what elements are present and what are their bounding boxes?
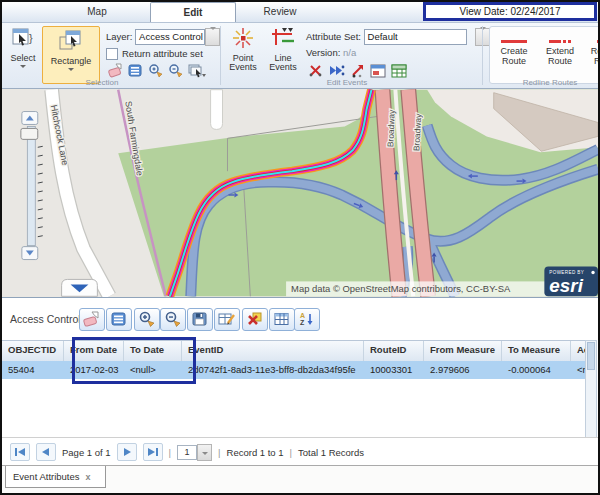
- svg-text:Z: Z: [300, 319, 305, 326]
- pan-to-selection-icon[interactable]: [168, 63, 183, 78]
- cell-access: <n: [571, 361, 586, 379]
- attribute-set-select[interactable]: Default: [364, 29, 467, 45]
- delete-event-button[interactable]: [242, 308, 268, 331]
- tab-edit[interactable]: Edit: [150, 2, 236, 22]
- return-attribute-checkbox[interactable]: [106, 48, 118, 60]
- svg-text:}: }: [29, 32, 33, 44]
- next-page-icon: [122, 447, 132, 457]
- zoom-slider-track[interactable]: [27, 126, 35, 245]
- edit-attributes-button[interactable]: [214, 308, 240, 331]
- previous-page-button[interactable]: [36, 443, 56, 461]
- zoom-to-selection-icon[interactable]: [148, 63, 163, 78]
- extend-route-button[interactable]: Extend Route: [540, 35, 580, 66]
- table-row[interactable]: 55404 2017-02-03 <null> 2d0742f1-8ad3-11…: [2, 361, 586, 379]
- map-container: Hitchcock Lane South Farmingdale Broadwa…: [2, 89, 598, 297]
- last-page-button[interactable]: [143, 443, 163, 461]
- delete-event-icon: [246, 311, 263, 327]
- previous-page-icon: [41, 447, 51, 457]
- clear-selection-icon[interactable]: [108, 63, 123, 78]
- pan-to-selection-button[interactable]: [160, 308, 186, 331]
- col-access[interactable]: Ac: [571, 341, 586, 361]
- broadway-label-right: Broadway: [411, 113, 423, 152]
- sort-records-button[interactable]: AZ: [294, 308, 320, 331]
- last-page-icon: [147, 447, 159, 457]
- event-editor-window: Map Edit Review View Date: 02/24/2017 } …: [0, 0, 600, 495]
- col-to-date[interactable]: To Date: [124, 341, 182, 361]
- tab-review[interactable]: Review: [242, 2, 318, 21]
- cell-from-measure: 2.979606: [424, 361, 502, 379]
- layer-label: Layer:: [106, 31, 132, 42]
- selection-group-label: Selection: [62, 78, 142, 87]
- col-routeid[interactable]: RouteID: [364, 341, 424, 361]
- panel-title: Access Control: [10, 313, 81, 325]
- panel-toolbar: Access Control AZ: [2, 298, 598, 340]
- line-events-button[interactable]: Line Events: [264, 26, 302, 72]
- merge-events-icon[interactable]: [328, 63, 345, 78]
- version-row: Version: n/a: [306, 47, 356, 58]
- return-attribute-label: Return attribute set: [122, 48, 203, 59]
- first-page-button[interactable]: [10, 443, 30, 461]
- zoom-slider-thumb[interactable]: [21, 128, 38, 139]
- selection-list-icon[interactable]: [128, 63, 143, 78]
- edit-events-group-label: Edit Events: [302, 78, 392, 87]
- reassign-route-icon[interactable]: [350, 63, 365, 78]
- rectangle-dropdown-caret[interactable]: [68, 68, 74, 71]
- select-dropdown-caret[interactable]: [20, 65, 26, 68]
- rectangle-tool-button[interactable]: Rectangle: [42, 26, 100, 84]
- col-from-date[interactable]: From Date: [64, 341, 124, 361]
- page-select[interactable]: 1: [177, 444, 212, 461]
- pager-separator-1: |: [169, 447, 171, 458]
- clear-selection-button[interactable]: [79, 308, 105, 331]
- ribbon: } Select Rectangle Layer: Access Control…: [2, 23, 598, 89]
- return-attribute-row: Return attribute set: [106, 48, 203, 60]
- attribute-window-icon: [273, 311, 290, 327]
- layer-select[interactable]: Access Control: [135, 29, 205, 45]
- layer-select-caret[interactable]: [205, 28, 220, 46]
- layer-field: Layer: Access Control: [106, 28, 220, 46]
- event-window-icon[interactable]: [370, 64, 386, 78]
- tab-event-attributes[interactable]: Event Attributes x: [5, 466, 106, 488]
- table-scrollbar-thumb[interactable]: [587, 342, 595, 370]
- col-objectid[interactable]: OBJECTID: [2, 341, 64, 361]
- realign-route-button[interactable]: Realign Route: [586, 35, 600, 66]
- version-value: n/a: [343, 47, 356, 58]
- first-page-icon: [14, 447, 26, 457]
- point-events-button[interactable]: Point Events: [224, 26, 262, 72]
- event-table-icon[interactable]: [391, 64, 407, 78]
- zoom-to-selection-button[interactable]: [134, 308, 160, 331]
- save-button[interactable]: [187, 308, 213, 331]
- tab-close-icon[interactable]: x: [86, 472, 91, 482]
- col-eventid[interactable]: EventID: [182, 341, 364, 361]
- select-tool-icon: }: [11, 26, 35, 50]
- create-route-button[interactable]: Create Route: [494, 35, 534, 66]
- attribute-set-field: Attribute Set: Default: [306, 28, 490, 46]
- version-label: Version:: [306, 47, 340, 58]
- selectable-layers-icon[interactable]: [188, 63, 207, 78]
- panel-tabbar: Event Attributes x: [2, 465, 598, 495]
- attribute-window-button[interactable]: [269, 308, 295, 331]
- page-select-caret[interactable]: [197, 444, 212, 461]
- pager-separator-2: |: [218, 447, 220, 458]
- redline-routes-group-label: Redline Routes: [502, 78, 598, 87]
- col-to-measure[interactable]: To Measure: [502, 341, 571, 361]
- rectangle-tool-icon: [58, 29, 84, 53]
- save-icon: [191, 311, 208, 327]
- panel-collapse-tab[interactable]: [62, 279, 98, 296]
- line-events-icon: [270, 26, 296, 50]
- next-page-button[interactable]: [117, 443, 137, 461]
- selection-list-button[interactable]: [106, 308, 132, 331]
- col-from-measure[interactable]: From Measure: [424, 341, 502, 361]
- select-tool-button[interactable]: } Select: [5, 26, 41, 68]
- point-events-icon: [231, 26, 255, 50]
- road-stub: [211, 90, 223, 130]
- split-event-icon[interactable]: [308, 63, 323, 78]
- ribbon-tabbar: Map Edit Review View Date: 02/24/2017: [2, 2, 598, 23]
- tab-map[interactable]: Map: [62, 2, 132, 21]
- esri-wordmark: esri: [549, 275, 583, 296]
- tab-event-attributes-label: Event Attributes: [13, 471, 80, 482]
- cell-to-measure: -0.000064: [502, 361, 571, 379]
- map-canvas[interactable]: Hitchcock Lane South Farmingdale Broadwa…: [2, 89, 598, 297]
- zoom-to-selection-icon: [138, 311, 155, 327]
- table-scrollbar[interactable]: [585, 340, 597, 439]
- esri-logo: POWERED BY esri: [544, 267, 598, 297]
